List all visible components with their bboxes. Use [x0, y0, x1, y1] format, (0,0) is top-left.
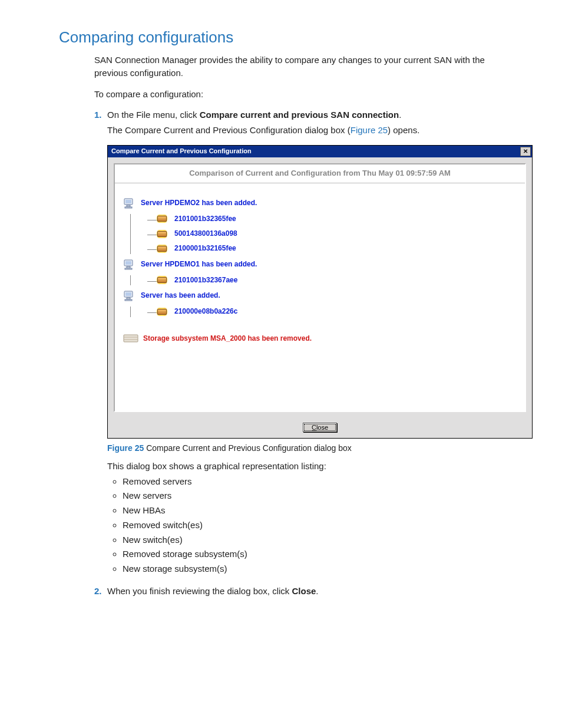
tree-node-server: Server HPDEMO1 has been added. [123, 259, 517, 271]
tree-child: 2100001b32165fee [156, 243, 517, 253]
lead-text: To compare a configuration: [94, 88, 515, 101]
close-icon[interactable]: ✕ [520, 147, 531, 156]
tree-node-storage: Storage subsystem MSA_2000 has been remo… [123, 334, 517, 344]
svg-rect-3 [125, 207, 132, 208]
hba-icon [156, 308, 168, 316]
server-icon [123, 259, 136, 271]
step1-text: On the File menu, click Compare current … [107, 110, 401, 120]
tree-node-label: Server has been added. [141, 291, 220, 301]
list-item: New switch(es) [123, 533, 533, 546]
hba-icon [156, 245, 168, 253]
step-number: 2. [94, 585, 107, 598]
hba-icon [156, 230, 168, 238]
tree-child: 500143800136a098 [156, 229, 517, 239]
comparison-tree: Server HPDEMO2 has been added. 2101001b3… [115, 183, 525, 411]
tree-node-label: Server HPDEMO2 has been added. [141, 198, 257, 208]
svg-rect-11 [125, 299, 132, 301]
intro-text: SAN Connection Manager provides the abil… [94, 54, 515, 80]
storage-icon [123, 334, 138, 343]
svg-rect-9 [125, 292, 131, 296]
figure-dialog: Compare Current and Previous Configurati… [107, 145, 533, 439]
svg-rect-12 [124, 335, 138, 342]
dialog-titlebar: Compare Current and Previous Configurati… [108, 146, 532, 157]
server-icon [123, 290, 136, 302]
hba-icon [156, 215, 168, 223]
step1-subtext: The Compare Current and Previous Configu… [107, 124, 533, 137]
svg-rect-1 [125, 200, 131, 203]
list-item: Removed servers [123, 475, 533, 488]
figure-caption: Figure 25 Compare Current and Previous C… [107, 442, 533, 454]
tree-node-server: Server HPDEMO2 has been added. [123, 197, 517, 209]
list-item: Removed storage subsystem(s) [123, 548, 533, 561]
list-item: New servers [123, 489, 533, 502]
list-item: Removed switch(es) [123, 519, 533, 532]
after-figure-text: This dialog box shows a graphical repres… [107, 460, 533, 473]
bullet-list: Removed servers New servers New HBAs Rem… [123, 475, 533, 575]
tree-node-server: Server has been added. [123, 290, 517, 302]
svg-rect-5 [125, 261, 131, 265]
tree-child: 2101001b32365fee [156, 214, 517, 224]
server-icon [123, 197, 136, 209]
page-title: Comparing configurations [59, 28, 515, 47]
list-item: New HBAs [123, 504, 533, 517]
close-button[interactable]: Close [303, 423, 337, 432]
dialog-header: Comparison of Current and Configuration … [115, 164, 525, 183]
tree-node-label: Server HPDEMO1 has been added. [141, 259, 257, 269]
list-item: New storage subsystem(s) [123, 562, 533, 575]
tree-child: 210000e08b0a226c [156, 307, 517, 317]
dialog-title: Compare Current and Previous Configurati… [111, 147, 252, 156]
compare-dialog: Compare Current and Previous Configurati… [107, 145, 533, 439]
step-number: 1. [94, 108, 107, 581]
figure-reference-link[interactable]: Figure 25 [351, 125, 388, 135]
svg-rect-7 [125, 268, 132, 269]
tree-node-label: Storage subsystem MSA_2000 has been remo… [143, 334, 312, 344]
hba-icon [156, 276, 168, 284]
tree-child: 2101001b32367aee [156, 275, 517, 285]
step2-text: When you finish reviewing the dialog box… [107, 585, 515, 598]
